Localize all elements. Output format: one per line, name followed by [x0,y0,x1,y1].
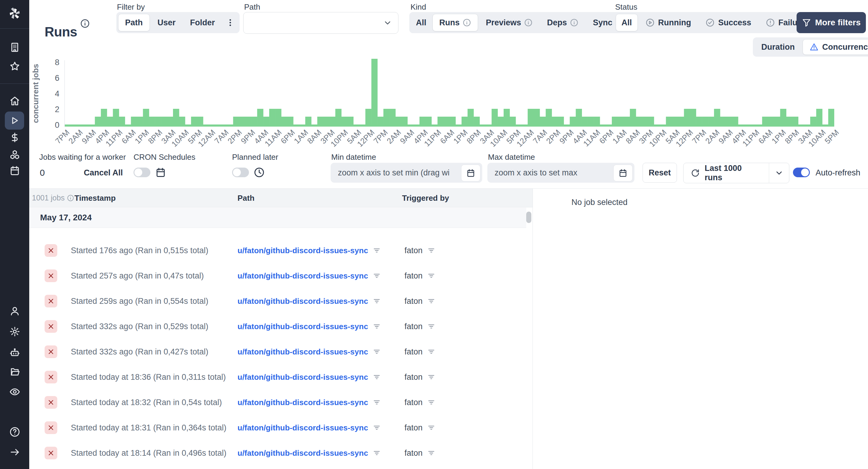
sidebar-item-runs[interactable] [5,112,24,130]
max-datetime-calendar-button[interactable] [613,164,632,182]
filter-by-user-icon[interactable] [427,247,435,254]
table-row[interactable]: Started 257s ago (Ran in 0,47s total) u/… [29,263,526,288]
concurrency-chart[interactable] [65,59,834,127]
failure-status-badge[interactable] [44,421,57,434]
kind-all[interactable]: All [411,14,431,31]
filter-by-user-icon[interactable] [427,272,435,280]
run-path-link[interactable]: u/faton/github-discord-issues-sync [238,398,368,407]
status-running[interactable]: Running [639,14,698,31]
chart-mode-duration[interactable]: Duration [755,39,801,55]
last-runs-chevron-button[interactable] [769,163,789,183]
failure-status-badge[interactable] [44,295,57,307]
calendar-icon [9,165,20,176]
status-success[interactable]: Success [699,14,758,31]
filter-by-user-icon[interactable] [427,348,435,356]
table-row[interactable]: Started 259s ago (Ran in 0,554s total) u… [29,288,526,314]
path-select[interactable] [243,12,398,34]
max-datetime-input[interactable] [487,163,634,183]
runs-info-icon[interactable] [80,19,90,28]
kebab-icon [226,18,235,27]
failure-status-badge[interactable] [44,270,57,282]
sidebar-item-variables[interactable] [0,128,29,147]
sidebar-item-home[interactable] [0,92,29,110]
failure-status-badge[interactable] [44,320,57,333]
run-path-link[interactable]: u/faton/github-discord-issues-sync [238,322,368,331]
sidebar-item-schedules[interactable] [0,162,29,180]
filter-by-user-icon[interactable] [427,322,435,330]
eye-icon [9,386,20,397]
run-path-link[interactable]: u/faton/github-discord-issues-sync [238,448,368,458]
filter-by-path-icon[interactable] [373,322,381,330]
failure-status-badge[interactable] [44,345,57,358]
more-filters-button[interactable]: More filters [797,12,866,33]
cron-schedules-toggle[interactable] [133,167,150,177]
filter-by-folder[interactable]: Folder [184,14,222,31]
sidebar-item-expand[interactable] [0,443,29,461]
sidebar-item-audit-logs[interactable] [0,383,29,401]
filter-by-user-icon[interactable] [427,297,435,305]
failure-status-badge[interactable] [44,396,57,409]
auto-refresh-toggle[interactable] [793,167,810,177]
table-scrollbar-thumb[interactable] [526,212,531,223]
sidebar-item-workspace[interactable] [0,38,29,56]
filter-by-path-icon[interactable] [373,424,381,432]
filter-by-path-icon[interactable] [373,247,381,254]
kind-deps[interactable]: Deps [540,14,585,31]
sidebar-item-resources[interactable] [0,146,29,164]
failure-status-badge[interactable] [44,447,57,459]
sidebar-item-workers[interactable] [0,344,29,362]
filter-by-path-icon[interactable] [373,373,381,381]
sidebar-item-help[interactable] [0,423,29,441]
run-path-link[interactable]: u/faton/github-discord-issues-sync [238,373,368,382]
reset-button[interactable]: Reset [643,163,677,183]
min-datetime-input[interactable] [331,163,482,183]
run-path-link[interactable]: u/faton/github-discord-issues-sync [238,271,368,281]
run-path-link[interactable]: u/faton/github-discord-issues-sync [238,347,368,356]
filter-by-path[interactable]: Path [118,14,150,31]
cancel-all-button[interactable]: Cancel All [84,168,123,178]
failure-status-badge[interactable] [44,371,57,383]
x-axis-tick-label: 5PM [823,128,841,146]
run-path-link[interactable]: u/faton/github-discord-issues-sync [238,296,368,306]
kind-previews[interactable]: Previews [479,14,539,31]
table-row[interactable]: Started 332s ago (Ran in 0,529s total) u… [29,314,526,339]
failure-status-badge[interactable] [44,244,57,257]
run-path-link[interactable]: u/faton/github-discord-issues-sync [238,423,368,433]
filter-by-user-icon[interactable] [427,399,435,406]
table-row[interactable]: Started today at 18:36 (Ran in 0,311s to… [29,365,526,390]
jobs-waiting-label: Jobs waiting for a worker [39,153,126,162]
column-header-triggered-by: Triggered by [402,193,449,203]
max-datetime-field [487,163,634,183]
filter-by-path-icon[interactable] [373,297,381,305]
info-icon[interactable] [67,194,74,201]
table-row[interactable]: Started 332s ago (Ran in 0,427s total) u… [29,339,526,365]
last-runs-button[interactable]: Last 1000 runs [684,163,769,183]
filter-by-path-icon[interactable] [373,272,381,280]
filter-by-user[interactable]: User [151,14,182,31]
sidebar-item-favorites[interactable] [0,57,29,75]
filter-by-path-icon[interactable] [373,399,381,406]
table-row[interactable]: Started today at 18:32 (Ran in 0,54s tot… [29,390,526,415]
table-row[interactable]: Started 176s ago (Ran in 0,515s total) u… [29,238,526,263]
run-timestamp: Started today at 18:31 (Ran in 0,364s to… [71,415,226,440]
filter-by-path-icon[interactable] [373,348,381,356]
sidebar-item-settings[interactable] [0,322,29,341]
run-path-link[interactable]: u/faton/github-discord-issues-sync [238,246,368,255]
planned-later-toggle[interactable] [232,167,249,177]
kind-runs[interactable]: Runs [433,14,478,31]
filter-by-user-icon[interactable] [427,373,435,381]
app-logo[interactable] [0,4,29,23]
status-all[interactable]: All [616,14,638,31]
sidebar-item-folders[interactable] [0,363,29,381]
calendar-icon [466,168,475,178]
filter-by-more-menu[interactable] [223,14,238,31]
chart-mode-concurrency[interactable]: Concurrency [803,39,868,55]
sidebar-item-user[interactable] [0,302,29,320]
min-datetime-calendar-button[interactable] [461,164,480,182]
table-row[interactable]: Started today at 18:14 (Ran in 0,496s to… [29,440,526,466]
filter-by-user-icon[interactable] [427,449,435,457]
table-row[interactable]: Started today at 18:31 (Ran in 0,364s to… [29,415,526,440]
filter-by-path-icon[interactable] [373,449,381,457]
filter-by-user-icon[interactable] [427,424,435,432]
robot-icon [9,347,20,358]
